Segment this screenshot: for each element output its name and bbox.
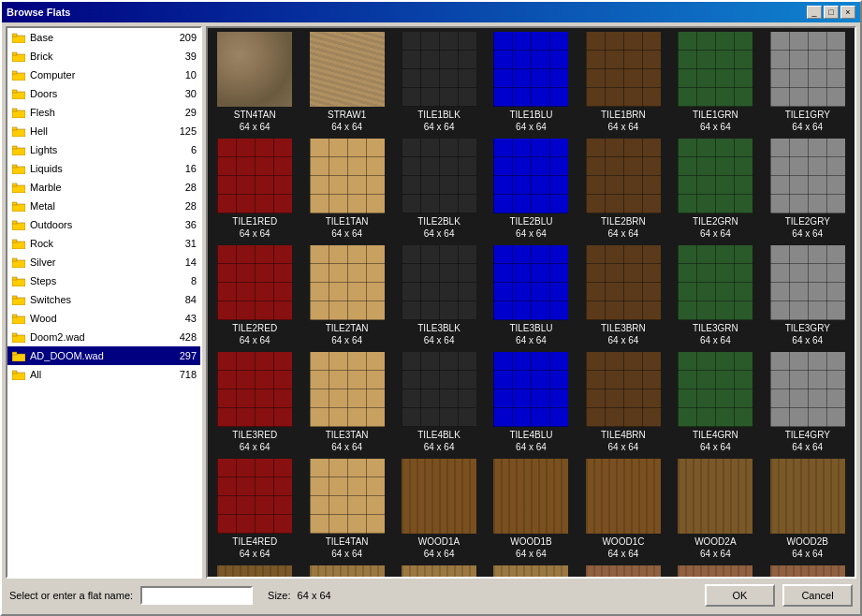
texture-thumbnail	[310, 352, 385, 427]
sidebar-item-outdoors[interactable]: Outdoors 36	[7, 215, 200, 234]
svg-rect-29	[12, 296, 17, 299]
texture-cell[interactable]: TILE4RED64 x 64	[210, 457, 300, 562]
svg-rect-7	[12, 90, 17, 93]
sidebar-item-steps[interactable]: Steps 8	[7, 271, 200, 290]
texture-cell[interactable]: WOOD2B64 x 64	[763, 457, 853, 562]
texture-cell[interactable]: STRAW164 x 64	[301, 30, 391, 135]
sidebar-item-brick[interactable]: Brick 39	[7, 47, 200, 66]
texture-cell[interactable]: TILE1BLK64 x 64	[394, 30, 484, 135]
texture-cell[interactable]: TILE2BLU64 x 64	[486, 137, 576, 242]
texture-cell[interactable]: TILE3GRY64 x 64	[763, 243, 853, 348]
close-button[interactable]: ×	[840, 6, 855, 19]
texture-cell[interactable]: TILE2BLK64 x 64	[394, 137, 484, 242]
texture-cell[interactable]: TILE1TAN64 x 64	[301, 137, 391, 242]
texture-cell[interactable]: TILE3GRN64 x 64	[670, 243, 760, 348]
texture-cell[interactable]: TILE2BRN64 x 64	[578, 137, 668, 242]
texture-thumbnail	[402, 32, 476, 107]
sidebar-item-count: 297	[168, 350, 197, 361]
texture-cell[interactable]: TILE3TAN64 x 64	[301, 350, 391, 455]
texture-cell[interactable]: TILE1BRN64 x 64	[578, 30, 668, 135]
texture-cell[interactable]: TILE2TAN64 x 64	[301, 243, 391, 348]
texture-cell[interactable]: WOOD4B64 x 64	[670, 564, 760, 579]
flat-name-input[interactable]	[140, 586, 253, 605]
sidebar-item-switches[interactable]: Switches 84	[7, 290, 200, 309]
texture-cell[interactable]: TILE4TAN64 x 64	[301, 457, 391, 562]
sidebar-item-label: Marble	[30, 182, 168, 193]
folder-icon	[11, 273, 26, 288]
sidebar-item-all[interactable]: All 718	[7, 365, 200, 384]
texture-cell[interactable]: TILE3BLU64 x 64	[486, 243, 576, 348]
folder-icon	[11, 330, 26, 345]
sidebar-item-label: Wood	[30, 313, 168, 324]
texture-cell[interactable]: TILE2RED64 x 64	[210, 243, 300, 348]
texture-thumbnail	[310, 565, 385, 579]
sidebar-item-base[interactable]: Base 209	[7, 28, 200, 47]
ok-button[interactable]: OK	[705, 584, 775, 607]
texture-cell[interactable]: TILE4BLU64 x 64	[486, 350, 576, 455]
texture-label: STN4TAN64 x 64	[234, 109, 276, 133]
texture-cell[interactable]: WOOD3A64 x 64	[301, 564, 391, 579]
texture-thumbnail	[586, 565, 661, 579]
sidebar-item-silver[interactable]: Silver 14	[7, 253, 200, 271]
texture-label: TILE1BLU64 x 64	[509, 109, 552, 133]
sidebar-item-hell[interactable]: Hell 125	[7, 122, 200, 140]
texture-thumbnail	[493, 32, 568, 107]
texture-label: TILE1BLK64 x 64	[417, 109, 460, 133]
texture-panel[interactable]: STN4TAN64 x 64STRAW164 x 64TILE1BLK64 x …	[206, 26, 856, 579]
maximize-button[interactable]: □	[824, 6, 839, 19]
sidebar-item-doom2-wad[interactable]: Doom2.wad 428	[7, 328, 200, 346]
texture-label: TILE3GRY64 x 64	[785, 322, 830, 346]
texture-cell[interactable]: TILE3BLK64 x 64	[394, 243, 484, 348]
texture-cell[interactable]: TILE4BLK64 x 64	[394, 350, 484, 455]
texture-cell[interactable]: WOOD2C64 x 64	[210, 564, 300, 579]
title-bar-controls: _ □ ×	[807, 6, 855, 19]
texture-cell[interactable]: TILE4GRN64 x 64	[670, 350, 760, 455]
sidebar-item-lights[interactable]: Lights 6	[7, 140, 200, 159]
texture-cell[interactable]: TILE3RED64 x 64	[210, 350, 300, 455]
sidebar-item-doors[interactable]: Doors 30	[7, 84, 200, 103]
texture-label: TILE1TAN64 x 64	[326, 215, 369, 240]
texture-label: TILE2TAN64 x 64	[326, 322, 369, 346]
folder-icon	[11, 348, 26, 363]
sidebar-item-count: 14	[168, 257, 197, 268]
sidebar-item-label: AD_DOOM.wad	[30, 350, 168, 361]
texture-cell[interactable]: TILE2GRN64 x 64	[670, 137, 760, 242]
texture-cell[interactable]: WOOD4C64 x 64	[763, 564, 853, 579]
texture-cell[interactable]: WOOD2A64 x 64	[670, 457, 760, 562]
texture-cell[interactable]: WOOD1B64 x 64	[486, 457, 576, 562]
texture-thumbnail	[493, 245, 568, 320]
folder-icon	[11, 255, 26, 270]
folder-icon	[11, 105, 26, 120]
texture-thumbnail	[586, 245, 661, 320]
svg-rect-15	[12, 165, 17, 168]
texture-cell[interactable]: STN4TAN64 x 64	[210, 30, 300, 135]
texture-cell[interactable]: WOOD3C64 x 64	[486, 564, 576, 579]
texture-cell[interactable]: WOOD3B64 x 64	[394, 564, 484, 579]
sidebar-item-computer[interactable]: Computer 10	[7, 66, 200, 84]
svg-rect-27	[12, 277, 17, 280]
texture-cell[interactable]: TILE1RED64 x 64	[210, 137, 300, 242]
texture-thumbnail	[493, 459, 568, 534]
cancel-button[interactable]: Cancel	[782, 584, 853, 607]
texture-cell[interactable]: TILE4BRN64 x 64	[578, 350, 668, 455]
texture-thumbnail	[770, 32, 845, 107]
texture-cell[interactable]: TILE1GRN64 x 64	[670, 30, 760, 135]
texture-cell[interactable]: WOOD1C64 x 64	[578, 457, 668, 562]
sidebar-item-ad_doom-wad[interactable]: AD_DOOM.wad 297	[7, 346, 200, 365]
folder-icon	[11, 292, 26, 307]
sidebar-item-rock[interactable]: Rock 31	[7, 234, 200, 253]
sidebar-item-wood[interactable]: Wood 43	[7, 309, 200, 328]
sidebar-item-flesh[interactable]: Flesh 29	[7, 103, 200, 122]
sidebar-item-marble[interactable]: Marble 28	[7, 178, 200, 197]
sidebar-item-metal[interactable]: Metal 28	[7, 197, 200, 215]
sidebar-item-liquids[interactable]: Liquids 16	[7, 159, 200, 178]
texture-cell[interactable]: TILE1BLU64 x 64	[486, 30, 576, 135]
minimize-button[interactable]: _	[807, 6, 822, 19]
texture-cell[interactable]: WOOD4A64 x 64	[578, 564, 668, 579]
texture-cell[interactable]: TILE3BRN64 x 64	[578, 243, 668, 348]
texture-cell[interactable]: WOOD1A64 x 64	[394, 457, 484, 562]
texture-cell[interactable]: TILE4GRY64 x 64	[763, 350, 853, 455]
texture-cell[interactable]: TILE1GRY64 x 64	[763, 30, 853, 135]
sidebar-item-label: Brick	[30, 51, 168, 62]
texture-cell[interactable]: TILE2GRY64 x 64	[763, 137, 853, 242]
